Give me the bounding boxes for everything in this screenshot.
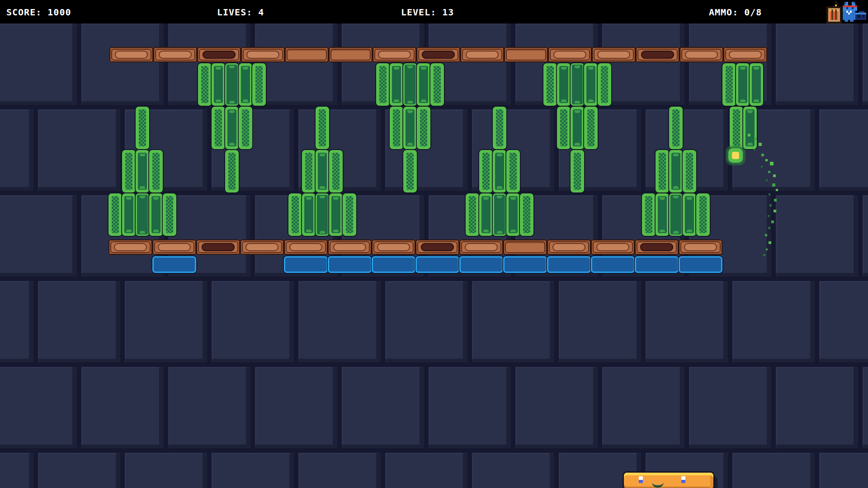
trail-particle [748,134,750,136]
wall-brick [602,23,684,105]
wall-brick [472,281,554,362]
wall-brick [298,281,381,362]
brick-green-plain [316,150,329,192]
trail-particle [769,204,772,206]
blue-creature-icon [843,2,866,23]
paddle[interactable] [624,473,713,488]
brick-green-inner [495,153,504,190]
brick-green-inner [215,109,222,146]
wall-brick [298,453,381,488]
brick-green-lattice [376,63,390,106]
brick-green-inner [494,195,505,235]
brick-green-plain [557,63,571,106]
wall-brick [819,109,868,191]
wall-brick [385,453,467,488]
brick-orange [459,239,503,255]
brick-green-inner [586,66,595,103]
brick-orange [591,239,635,255]
brick-face [593,241,633,253]
brick-green-lattice [212,107,225,149]
brick-green-inner [255,66,263,103]
brick-green-inner [406,109,415,146]
brick-green-inner [686,153,693,190]
brick-green-inner [392,66,401,103]
trail-particle [772,183,775,187]
brick-green-solid [571,63,584,106]
brick-green-plain [239,63,252,106]
hud-bar: SCORE: 1000 LIVES: 4 LEVEL: 13 AMMO: 0/8 [0,0,868,23]
brick-orange-damaged [415,239,459,255]
brick-green-inner [738,66,747,103]
trail-particle [761,166,763,168]
brick-face [287,49,327,61]
trail-particle [766,179,768,181]
lives-value: 4 [258,7,264,18]
brick-green-inner [699,196,707,233]
brick-orange [373,47,416,62]
wall-brick [81,367,164,448]
brick-green-inner [560,109,567,146]
brick-orange-damaged [196,239,240,255]
game-screen[interactable]: SCORE: 1000 LIVES: 4 LEVEL: 13 AMMO: 0/8 [0,0,868,488]
brick-face [154,241,194,253]
paddle-mouth [652,480,664,488]
brick-green-lattice [466,193,479,236]
paddle-left-eye [639,476,643,483]
brick-green-plain [584,63,598,106]
brick-orange [108,239,152,255]
wall-brick [81,23,164,105]
wall-brick [646,281,728,362]
wall-brick [515,367,598,448]
brick-green-inner [671,153,680,190]
trail-particle [771,221,774,223]
wall-brick [776,195,858,277]
paddle-right-eye [681,476,685,483]
wall-brick [125,281,207,362]
brick-green-plain [743,107,757,149]
brick-green-lattice [390,107,403,149]
brick-orange-damaged [416,47,460,62]
brick-green-inner [201,66,208,103]
brick-orange [372,239,415,255]
brick-green-plain [302,193,316,236]
wall-brick [385,281,467,362]
brick-face [330,49,371,61]
brick-green-inner [379,66,387,103]
brick-blue [591,256,635,273]
ball [726,145,745,165]
brick-face [155,49,195,61]
brick-green-inner [139,109,146,146]
brick-face [725,49,765,61]
brick-green-inner [672,109,679,146]
trail-particle [765,234,767,236]
wall-brick [255,367,337,448]
brick-green-plain [750,63,763,106]
brick-green-lattice [302,150,316,192]
brick-green-plain [403,107,417,149]
brick-green-plain [736,63,750,106]
trail-particle [769,193,770,195]
lives-label: LIVES: [217,7,252,18]
brick-green-lattice [403,150,417,192]
wall-brick [819,281,868,362]
brick-green-inner [523,196,530,233]
brick-blue [459,256,503,273]
brick-green-plain [212,63,225,106]
brick-green-lattice [288,193,302,236]
brick-green-inner [419,66,428,103]
brick-green-solid [225,63,239,106]
brick-face [637,49,678,61]
wall-brick [0,281,33,362]
wall-brick [559,281,641,362]
brick-green-solid [403,63,417,106]
brick-green-lattice [520,193,533,236]
brick-face [680,241,721,253]
brick-orange [284,239,328,255]
brick-green-inner [226,65,237,104]
brick-green-lattice [642,193,656,236]
brick-green-inner [152,153,160,190]
brick-green-inner [601,66,608,103]
brick-green-lattice [430,63,444,106]
brick-green-inner [733,109,740,146]
brick-green-inner [670,195,681,235]
